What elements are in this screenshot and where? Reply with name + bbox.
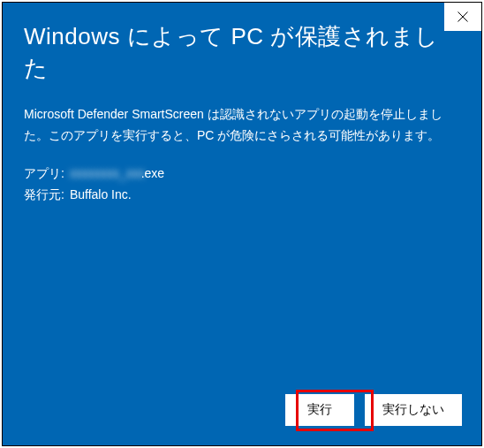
publisher-row: 発行元: Buffalo Inc. — [24, 185, 460, 206]
publisher-value: Buffalo Inc. — [70, 185, 132, 206]
close-button[interactable] — [444, 3, 481, 31]
dialog-content: Windows によって PC が保護されました Microsoft Defen… — [3, 3, 481, 227]
app-value-blurred: xxxxxxxx_xxx — [70, 166, 145, 180]
dialog-message: Microsoft Defender SmartScreen は認識されないアプ… — [24, 104, 460, 147]
app-label: アプリ: — [24, 163, 64, 185]
smartscreen-dialog: Windows によって PC が保護されました Microsoft Defen… — [2, 2, 482, 446]
dialog-title: Windows によって PC が保護されました — [24, 20, 460, 85]
run-button[interactable]: 実行 — [285, 394, 354, 426]
info-rows: アプリ: xxxxxxxx_xxx.exe 発行元: Buffalo Inc. — [24, 163, 460, 206]
app-value-suffix: .exe — [141, 166, 164, 180]
button-row: 実行 実行しない — [285, 394, 462, 426]
close-icon — [458, 11, 468, 22]
publisher-label: 発行元: — [24, 185, 64, 206]
dont-run-button[interactable]: 実行しない — [365, 394, 462, 426]
app-row: アプリ: xxxxxxxx_xxx.exe — [24, 163, 460, 185]
